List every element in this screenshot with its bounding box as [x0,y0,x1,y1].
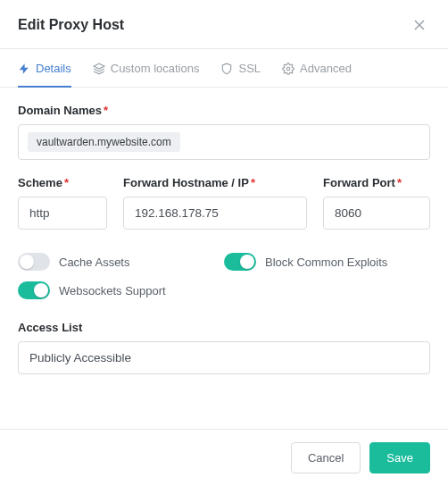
label-scheme: Scheme* [18,176,107,189]
gear-icon [282,63,295,75]
domain-names-input[interactable]: vaultwarden.mywebsite.com [18,124,430,160]
page-title: Edit Proxy Host [18,17,124,33]
forward-host-input[interactable] [123,197,307,230]
tab-label: Details [36,62,71,75]
cancel-button[interactable]: Cancel [291,442,361,473]
label-access-list: Access List [18,321,430,334]
forward-port-input[interactable] [323,197,430,230]
bolt-icon [18,63,30,75]
scheme-input[interactable] [18,197,107,230]
label-forward-port: Forward Port* [323,176,430,189]
tab-custom-locations[interactable]: Custom locations [93,49,200,88]
tab-ssl[interactable]: SSL [220,49,261,88]
tab-bar: Details Custom locations SSL Advanced [0,49,448,88]
websockets-toggle[interactable] [18,281,50,299]
close-button[interactable] [409,14,430,36]
label-domain-names: Domain Names* [18,104,430,117]
label-websockets: Websockets Support [59,284,166,297]
layers-icon [93,63,105,75]
tab-label: Custom locations [111,62,200,75]
save-button[interactable]: Save [369,442,430,473]
label-block-exploits: Block Common Exploits [265,256,387,269]
tab-details[interactable]: Details [18,49,71,88]
block-exploits-toggle[interactable] [224,253,256,271]
cache-assets-toggle[interactable] [18,253,50,271]
shield-icon [220,63,233,75]
label-cache-assets: Cache Assets [59,256,130,269]
svg-point-3 [286,67,290,71]
access-list-input[interactable] [18,341,430,374]
tab-label: SSL [238,62,261,75]
tab-label: Advanced [300,62,352,75]
label-forward-host: Forward Hostname / IP* [123,176,307,189]
domain-tag[interactable]: vaultwarden.mywebsite.com [28,132,180,152]
tab-advanced[interactable]: Advanced [282,49,352,88]
svg-marker-2 [94,63,104,69]
